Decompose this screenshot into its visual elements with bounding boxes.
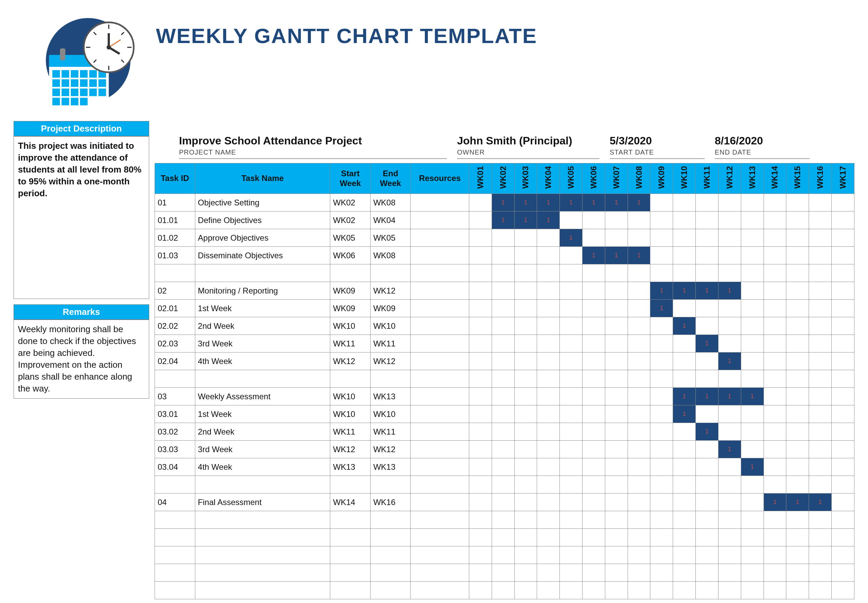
cell-task-id: 02.04 [155, 353, 195, 370]
cell-week [696, 212, 718, 229]
cell-week [831, 529, 854, 546]
cell-week [831, 229, 854, 247]
cell-week [764, 300, 786, 317]
cell-week [583, 212, 605, 229]
cell-week [492, 264, 514, 282]
cell-week [605, 581, 628, 599]
cell-week [696, 511, 718, 529]
cell-week [741, 370, 764, 388]
cell-task-name: 1st Week [195, 300, 330, 317]
cell-week [718, 546, 741, 564]
cell-week [809, 194, 832, 212]
cell-week [809, 229, 832, 247]
cell-week [605, 212, 628, 229]
cell-week [741, 264, 764, 282]
cell-week [786, 300, 809, 317]
cell-week [673, 212, 696, 229]
cell-week [741, 405, 764, 423]
cell-week [469, 581, 492, 599]
cell-week [492, 564, 514, 581]
cell-week [696, 353, 718, 370]
cell-week [673, 194, 696, 212]
cell-end-week [370, 564, 411, 581]
cell-week [696, 546, 718, 564]
cell-week [537, 476, 560, 493]
cell-week [605, 282, 628, 300]
cell-week [673, 264, 696, 282]
gantt-bar: 1 [809, 493, 831, 511]
cell-task-name: Approve Objectives [195, 229, 330, 247]
cell-task-id [155, 370, 195, 388]
cell-week [696, 370, 718, 388]
gantt-bar: 1 [515, 194, 537, 211]
cell-week [537, 423, 560, 441]
cell-week [786, 581, 809, 599]
svg-rect-23 [52, 97, 60, 105]
cell-week [469, 388, 492, 405]
cell-week [492, 458, 514, 476]
cell-week [628, 212, 650, 229]
cell-resources [411, 529, 469, 546]
cell-week: 1 [514, 212, 537, 229]
svg-rect-14 [80, 79, 87, 87]
cell-week: 1 [696, 388, 718, 405]
cell-week [741, 300, 764, 317]
cell-week [560, 282, 583, 300]
cell-week [469, 300, 492, 317]
col-week: WK09 [650, 163, 673, 194]
cell-week [741, 353, 764, 370]
cell-week [492, 317, 514, 335]
cell-week [560, 564, 583, 581]
cell-end-week [370, 581, 411, 599]
cell-task-name: 4th Week [195, 458, 330, 476]
cell-week [650, 581, 673, 599]
cell-week [809, 264, 832, 282]
cell-week [786, 370, 809, 388]
cell-task-name: 1st Week [195, 405, 330, 423]
cell-end-week: WK11 [370, 335, 411, 353]
gantt-bar: 1 [718, 441, 741, 458]
cell-week [831, 264, 854, 282]
cell-week [764, 423, 786, 441]
cell-week [605, 317, 628, 335]
cell-week [560, 264, 583, 282]
cell-week: 1 [696, 282, 718, 300]
col-end-week: EndWeek [370, 163, 411, 194]
gantt-bar: 1 [605, 247, 628, 264]
cell-week [605, 458, 628, 476]
cell-week [514, 493, 537, 511]
cell-week [650, 423, 673, 441]
cell-week [560, 370, 583, 388]
cell-week [537, 300, 560, 317]
col-week: WK13 [741, 163, 764, 194]
cell-week: 1 [492, 194, 514, 212]
cell-week [764, 282, 786, 300]
cell-week: 1 [628, 194, 650, 212]
cell-week [469, 353, 492, 370]
cell-week: 1 [583, 194, 605, 212]
cell-task-name [195, 546, 330, 564]
cell-week [537, 458, 560, 476]
cell-week [809, 388, 832, 405]
col-week: WK06 [583, 163, 605, 194]
svg-rect-26 [80, 97, 87, 105]
svg-rect-9 [89, 70, 97, 77]
table-row: 02.033rd WeekWK11WK111 [155, 335, 854, 353]
cell-week [650, 441, 673, 458]
svg-rect-18 [62, 88, 69, 96]
gantt-bar: 1 [583, 247, 605, 264]
cell-week [469, 317, 492, 335]
cell-week [786, 441, 809, 458]
cell-week [764, 405, 786, 423]
cell-week [741, 317, 764, 335]
cell-week [469, 511, 492, 529]
cell-week [514, 564, 537, 581]
cell-start-week [330, 264, 371, 282]
gantt-table: Task ID Task Name StartWeek EndWeek Reso… [155, 163, 854, 599]
cell-week [537, 317, 560, 335]
cell-resources [411, 388, 469, 405]
cell-resources [411, 370, 469, 388]
cell-week [492, 300, 514, 317]
cell-week: 1 [650, 300, 673, 317]
cell-week [718, 511, 741, 529]
